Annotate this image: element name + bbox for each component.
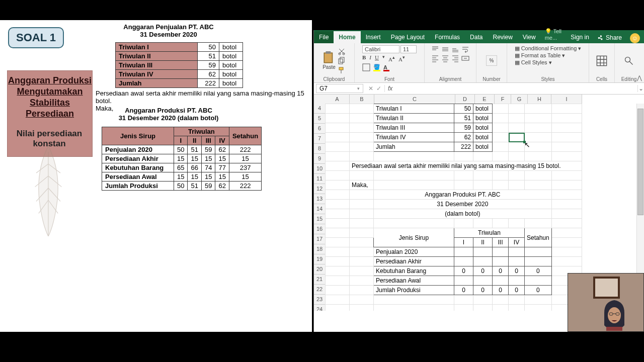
feedback-smile-icon[interactable]: ☺ [630,33,640,43]
number-format-button[interactable]: % [486,55,498,66]
tab-insert[interactable]: Insert [361,31,386,43]
ribbon-tabs: File Home Insert Page Layout Formulas Da… [314,30,644,43]
tab-formulas[interactable]: Formulas [430,31,465,43]
tab-view[interactable]: View [518,31,541,43]
fill-color-button[interactable]: 🪣 [373,64,380,70]
tab-data[interactable]: Data [465,31,488,43]
cut-icon[interactable] [338,47,346,55]
styles-group: ▦ Conditional Formatting ▾ ▦ Format as T… [507,43,589,82]
svg-rect-7 [363,64,370,71]
font-name-select[interactable]: Calibri [362,45,399,53]
webcam-overlay [568,273,644,332]
align-right-icon[interactable] [451,54,459,62]
presentation-slide: SOAL 1 Anggaran Produksi Mengutamakan St… [0,20,312,332]
svg-rect-0 [324,53,332,63]
svg-rect-1 [326,51,331,54]
paste-button[interactable]: Paste [323,51,336,70]
soal-badge: SOAL 1 [8,27,64,48]
prod-box-line: Stabilitas [8,97,92,108]
collapse-ribbon-icon[interactable]: ⋀ [637,74,642,81]
share-button[interactable]: Share [593,32,626,43]
formula-bar: G7▾ ✕ ✓ fx ⌄ [314,83,644,95]
production-budget-title: Anggaran Produksi PT. ABC 31 Desember 20… [96,107,242,122]
cells-icon[interactable] [596,55,607,66]
clipboard-group: Paste Clipboard [314,43,355,82]
svg-rect-6 [339,67,343,70]
align-top-icon[interactable] [431,45,439,53]
presenter-face [599,298,629,331]
decrease-font-icon[interactable]: A▾ [398,54,405,62]
borders-icon[interactable] [362,63,370,71]
tell-me-search[interactable]: 💡 Tell me... [541,26,567,43]
font-size-select[interactable]: 11 [400,45,417,53]
tab-page-layout[interactable]: Page Layout [386,31,430,43]
font-color-button[interactable]: A [383,64,387,70]
align-left-icon[interactable] [431,54,439,62]
alignment-group: Alignment [425,43,476,82]
sales-table: Triwulan I50botol Triwulan II51botol Tri… [115,42,243,88]
cells-table[interactable]: Triwulan I50botolTriwulan II51botolTriwu… [325,104,582,311]
production-table: Jenis Sirup Triwulan Setahun IIIIIIIV Pe… [102,127,262,191]
prod-box-line: Mengutamakan [8,86,92,97]
tab-home[interactable]: Home [334,31,360,43]
conditional-formatting-button[interactable]: ▦ Conditional Formatting ▾ [515,45,582,52]
sales-budget-title: Anggaran Penjualan PT. ABC 31 Desember 2… [96,23,242,38]
prod-box-line: Persediaan [8,108,92,119]
number-group: % Number [476,43,507,82]
bold-button[interactable]: B [362,54,366,62]
cell-styles-button[interactable]: ▦ Cell Styles ▾ [515,59,552,66]
merge-center-icon[interactable] [461,54,469,62]
svg-rect-14 [606,327,622,331]
italic-button[interactable]: I [369,54,371,62]
tab-review[interactable]: Review [488,31,517,43]
clipboard-icon [323,51,336,64]
feather-decoration [18,146,78,236]
wrap-text-icon[interactable] [461,45,469,53]
svg-rect-4 [339,59,343,64]
sign-in-link[interactable]: Sign in [567,31,593,43]
underline-button[interactable]: U [375,54,379,62]
align-middle-icon[interactable] [441,45,449,53]
svg-rect-9 [597,56,606,65]
share-icon [597,35,604,41]
format-painter-icon[interactable] [338,66,346,74]
enter-formula-icon[interactable]: ✓ [376,85,381,92]
cancel-formula-icon[interactable]: ✕ [368,85,373,92]
formula-input[interactable] [395,84,637,93]
select-all-corner[interactable] [314,95,326,104]
font-group: Calibri 11 B I U ▾ A▴ A▾ 🪣 A [355,43,425,82]
prod-box-line: Anggaran Produksi [8,75,92,86]
scrollbar-thumb[interactable] [637,109,643,215]
increase-font-icon[interactable]: A▴ [388,54,395,62]
tab-file[interactable]: File [314,31,334,43]
svg-point-10 [625,57,630,62]
align-center-icon[interactable] [441,54,449,62]
expand-formula-bar-icon[interactable]: ⌄ [637,85,644,92]
svg-rect-5 [340,57,344,62]
copy-icon[interactable] [338,57,346,65]
column-headers[interactable]: ABCDEFGHI [325,95,582,104]
name-box[interactable]: G7▾ [316,84,363,93]
ribbon: Paste Clipboard Calibri 11 [314,43,644,83]
row-headers[interactable]: 45678910111213141516171819202122232425 [314,104,326,311]
find-icon[interactable] [624,56,634,66]
align-bottom-icon[interactable] [451,45,459,53]
fx-icon[interactable]: fx [385,85,395,92]
format-as-table-button[interactable]: ▦ Format as Table ▾ [515,52,566,59]
cells-group: Cells [589,43,615,82]
